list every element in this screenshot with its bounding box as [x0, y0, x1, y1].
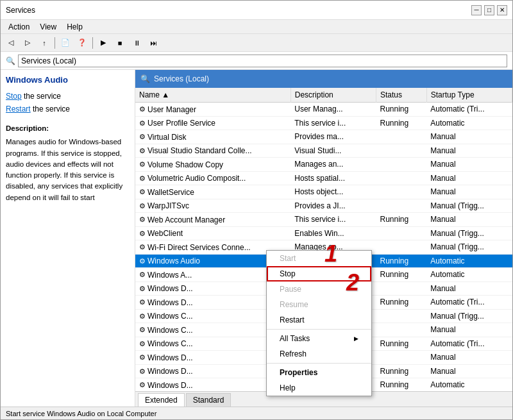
restart-link[interactable]: Restart: [6, 105, 31, 113]
service-status-cell: Running: [376, 213, 427, 227]
service-status-cell: [376, 240, 427, 255]
description-label: Description:: [6, 123, 130, 134]
minimize-button[interactable]: ─: [471, 5, 482, 15]
service-desc-cell: Provides a JI...: [290, 199, 376, 213]
address-input[interactable]: [18, 55, 507, 67]
context-menu-label-stop: Stop: [280, 269, 296, 278]
back-button[interactable]: ◁: [3, 36, 19, 50]
tab-standard[interactable]: Standard: [186, 393, 231, 407]
pause-button[interactable]: ⏸: [129, 36, 144, 50]
service-status-cell: Running: [376, 337, 427, 351]
toolbar-separator-2: [92, 37, 93, 49]
context-menu-item-help[interactable]: Help: [267, 380, 371, 396]
up-button[interactable]: ↑: [37, 36, 52, 50]
service-desc-cell: This service i...: [290, 116, 376, 130]
service-startup-cell: Manual: [426, 185, 512, 199]
close-button[interactable]: ✕: [497, 5, 507, 15]
context-menu-item-all-tasks[interactable]: All Tasks▶: [267, 331, 371, 346]
service-name-cell: ⚙WarpJITSvc: [135, 199, 290, 213]
context-menu-item-properties[interactable]: Properties: [267, 365, 371, 380]
properties-button[interactable]: 📄: [58, 36, 73, 50]
table-row[interactable]: ⚙Volumetric Audio Composit...Hosts spati…: [135, 171, 512, 185]
service-status-cell: [376, 158, 427, 172]
service-status-cell: Running: [376, 378, 427, 392]
service-desc-cell: Manages an...: [290, 158, 376, 172]
service-name-title: Windows Audio: [6, 75, 130, 85]
service-startup-cell: Automatic (Tri...: [426, 103, 512, 117]
services-search-icon: 🔍: [140, 74, 150, 83]
table-row[interactable]: ⚙WalletServiceHosts object...Manual: [135, 185, 512, 199]
service-startup-cell: Manual: [426, 364, 512, 378]
context-menu-item-resume: Resume: [267, 297, 371, 312]
restart-action-line: Restart the service: [6, 103, 130, 115]
stop-action-line: Stop the service: [6, 90, 130, 103]
col-header-status[interactable]: Status: [376, 88, 427, 103]
service-startup-cell: Manual: [426, 130, 512, 144]
tab-extended[interactable]: Extended: [138, 393, 185, 407]
menu-bar: Action View Help: [1, 20, 512, 34]
table-header-row: Name ▲ Description Status Startup Type: [135, 88, 512, 103]
service-startup-cell: Manual: [426, 144, 512, 158]
maximize-button[interactable]: □: [484, 5, 494, 15]
col-header-name[interactable]: Name ▲: [135, 88, 290, 103]
table-row[interactable]: ⚙Volume Shadow CopyManages an...Manual: [135, 158, 512, 172]
service-startup-cell: Automatic: [426, 116, 512, 130]
table-row[interactable]: ⚙WarpJITSvcProvides a JI...Manual (Trigg…: [135, 199, 512, 213]
col-header-desc[interactable]: Description: [290, 88, 376, 103]
col-header-startup[interactable]: Startup Type: [426, 88, 512, 103]
service-name-cell: ⚙Visual Studio Standard Colle...: [135, 144, 290, 158]
context-menu-label-help: Help: [280, 383, 296, 392]
service-desc-cell: Provides ma...: [290, 130, 376, 144]
context-menu-label-all-tasks: All Tasks: [280, 334, 310, 343]
service-status-cell: [376, 351, 427, 365]
table-row[interactable]: ⚙User ManagerUser Manag...RunningAutomat…: [135, 103, 512, 117]
service-startup-cell: Automatic (Tri...: [426, 337, 512, 351]
services-header-label: Services (Local): [154, 74, 209, 83]
menu-action[interactable]: Action: [3, 21, 35, 33]
table-row[interactable]: ⚙Visual Studio Standard Colle...Visual S…: [135, 144, 512, 158]
context-menu-separator: [267, 329, 371, 330]
service-status-cell: Running: [376, 296, 427, 310]
service-startup-cell: Automatic: [426, 254, 512, 268]
context-menu-item-restart[interactable]: Restart: [267, 312, 371, 328]
service-desc-cell: Visual Studi...: [290, 144, 376, 158]
service-name-cell: ⚙Volumetric Audio Composit...: [135, 171, 290, 185]
annotation-badge-1: 1: [324, 240, 337, 267]
description-text: Manages audio for Windows-based programs…: [6, 138, 122, 201]
service-desc-cell: Hosts object...: [290, 185, 376, 199]
service-startup-cell: Manual: [426, 323, 512, 337]
service-name-cell: ⚙WebClient: [135, 226, 290, 240]
table-row[interactable]: ⚙User Profile ServiceThis service i...Ru…: [135, 116, 512, 130]
table-row[interactable]: ⚙Virtual DiskProvides ma...Manual: [135, 130, 512, 144]
service-status-cell: [376, 323, 427, 337]
stop-link[interactable]: Stop: [6, 92, 22, 101]
resume-button[interactable]: ⏭: [146, 36, 161, 50]
play-button[interactable]: ▶: [96, 36, 111, 50]
service-status-cell: Running: [376, 103, 427, 117]
service-description: Description: Manages audio for Windows-b…: [6, 123, 130, 203]
annotation-badge-2: 2: [346, 269, 359, 296]
service-name-cell: ⚙User Manager: [135, 103, 290, 117]
service-status-cell: [376, 199, 427, 213]
help-button[interactable]: ❓: [74, 36, 90, 50]
table-row[interactable]: ⚙Web Account ManagerThis service i...Run…: [135, 213, 512, 227]
toolbar: ◁ ▷ ↑ 📄 ❓ ▶ ■ ⏸ ⏭: [1, 34, 512, 52]
context-menu-label-resume: Resume: [280, 300, 308, 309]
service-startup-cell: Manual: [426, 158, 512, 172]
menu-help[interactable]: Help: [62, 21, 88, 33]
context-menu-item-refresh[interactable]: Refresh: [267, 346, 371, 362]
service-name-cell: ⚙Virtual Disk: [135, 130, 290, 144]
service-startup-cell: Manual (Trigg...: [426, 309, 512, 323]
table-row[interactable]: ⚙WebClientEnables Win...Manual (Trigg...: [135, 226, 512, 240]
service-startup-cell: Manual: [426, 171, 512, 185]
forward-button[interactable]: ▷: [20, 36, 35, 50]
menu-view[interactable]: View: [35, 21, 62, 33]
left-panel: Windows Audio Stop the service Restart t…: [1, 70, 135, 407]
main-content: Windows Audio Stop the service Restart t…: [1, 70, 512, 407]
stop-button[interactable]: ■: [112, 36, 128, 50]
service-status-cell: [376, 309, 427, 323]
service-startup-cell: Manual (Trigg...: [426, 199, 512, 213]
submenu-arrow-icon: ▶: [354, 335, 358, 342]
address-bar: 🔍: [1, 52, 512, 70]
service-status-cell: [376, 185, 427, 199]
